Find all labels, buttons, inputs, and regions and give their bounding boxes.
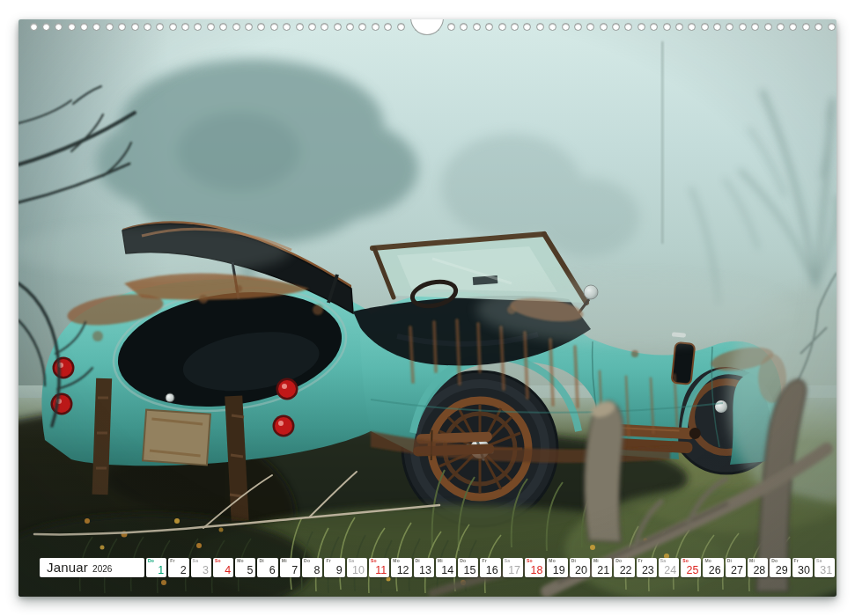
binding-hole [523, 23, 531, 31]
weekday-abbr: Mo [237, 559, 244, 563]
binding-hole [828, 23, 836, 31]
day-number: 3 [203, 565, 209, 576]
binding-hole [802, 23, 810, 31]
weekday-abbr: So [371, 559, 377, 563]
weekday-abbr: Sa [505, 559, 511, 563]
binding-hole [207, 23, 215, 31]
day-number: 24 [664, 565, 676, 576]
binding-hole [777, 23, 785, 31]
binding-hole [194, 23, 202, 31]
day-cell: Do1 [146, 558, 166, 577]
binding-hole [283, 23, 291, 31]
day-number: 25 [687, 565, 699, 576]
calendar-strip: Januar 2026 Do1Fr2Sa3So4Mo5Di6Mi7Do8Fr9S… [40, 558, 835, 577]
weekday-abbr: Sa [660, 559, 667, 563]
day-cell: Di13 [414, 558, 434, 577]
day-cells: Do1Fr2Sa3So4Mo5Di6Mi7Do8Fr9Sa10So11Mo12D… [146, 558, 835, 577]
weekday-abbr: So [682, 559, 689, 563]
weekday-abbr: Sa [816, 559, 822, 563]
day-cell: Di20 [570, 558, 590, 577]
day-number: 7 [291, 565, 298, 576]
day-cell: Fr2 [168, 558, 188, 577]
day-cell: Mo5 [235, 558, 255, 577]
binding-hole [270, 23, 278, 31]
binding-hole [334, 23, 342, 31]
binding-hole [574, 23, 582, 31]
weekday-abbr: Mo [393, 559, 400, 563]
day-number: 16 [486, 565, 498, 576]
weekday-abbr: Di [571, 559, 576, 563]
day-number: 8 [313, 565, 320, 576]
binding-hole [511, 23, 519, 31]
weekday-abbr: Do [304, 559, 310, 563]
binding-hole [675, 23, 683, 31]
binding-hole [460, 23, 468, 31]
binding-hole [739, 23, 747, 31]
weekday-abbr: Mi [749, 559, 755, 563]
binding-hole [600, 23, 608, 31]
binding-hole [169, 23, 177, 31]
weekday-abbr: Di [727, 559, 732, 563]
foggy-car-photo [18, 19, 837, 597]
day-number: 23 [642, 565, 654, 576]
day-number: 15 [464, 565, 476, 576]
day-cell: Fr30 [792, 558, 813, 577]
binding-hole [549, 23, 556, 31]
binding-hole [232, 23, 240, 31]
day-cell: Do29 [770, 558, 790, 577]
day-number: 19 [553, 565, 565, 576]
binding-hole [624, 23, 632, 31]
day-cell: So25 [681, 558, 701, 577]
binding-hole [397, 23, 405, 31]
day-number: 2 [181, 565, 187, 576]
day-number: 10 [352, 565, 365, 576]
binding-hole [257, 23, 265, 31]
day-number: 28 [753, 565, 765, 576]
day-cell: Do22 [614, 558, 634, 577]
day-cell: So11 [369, 558, 389, 577]
day-cell: Di6 [257, 558, 277, 577]
weekday-abbr: Sa [193, 559, 199, 563]
weekday-abbr: Fr [794, 559, 799, 563]
binding-hole [612, 23, 620, 31]
day-number: 12 [397, 565, 409, 576]
day-cell: Sa31 [814, 558, 835, 577]
day-number: 11 [375, 565, 387, 576]
binding-hole [346, 23, 354, 31]
binding-hole [131, 23, 139, 31]
weekday-abbr: So [215, 559, 221, 563]
binding-hole [156, 23, 164, 31]
weekday-abbr: Do [771, 559, 778, 563]
binding-hole [447, 23, 455, 31]
day-number: 1 [158, 565, 164, 576]
day-cell: Mi14 [436, 558, 456, 577]
day-number: 17 [508, 565, 520, 576]
day-number: 31 [820, 565, 832, 576]
weekday-abbr: Di [259, 559, 263, 563]
binding-hole [586, 23, 594, 31]
day-number: 9 [336, 565, 343, 576]
day-cell: Sa17 [503, 558, 523, 577]
day-number: 13 [419, 565, 431, 576]
day-number: 30 [798, 565, 810, 576]
binding-hole [55, 23, 63, 31]
weekday-abbr: Sa [349, 559, 355, 563]
day-cell: Sa10 [347, 558, 367, 577]
binding-hole [638, 23, 645, 31]
weekday-abbr: Mi [282, 559, 287, 563]
binding-hole [308, 23, 316, 31]
binding-hole [296, 23, 304, 31]
day-cell: Do15 [458, 558, 478, 577]
binding-hole [106, 23, 114, 31]
weekday-abbr: Mi [593, 559, 599, 563]
weekday-abbr: Mo [549, 559, 556, 563]
binding-hole [713, 23, 721, 31]
binding-hole [80, 23, 88, 31]
binding-hole [68, 23, 76, 31]
day-cell: Mi28 [748, 558, 768, 577]
day-number: 22 [620, 565, 632, 576]
day-number: 14 [441, 565, 453, 576]
weekday-abbr: Do [460, 559, 466, 563]
year: 2026 [92, 560, 112, 578]
binding-hole [751, 23, 759, 31]
